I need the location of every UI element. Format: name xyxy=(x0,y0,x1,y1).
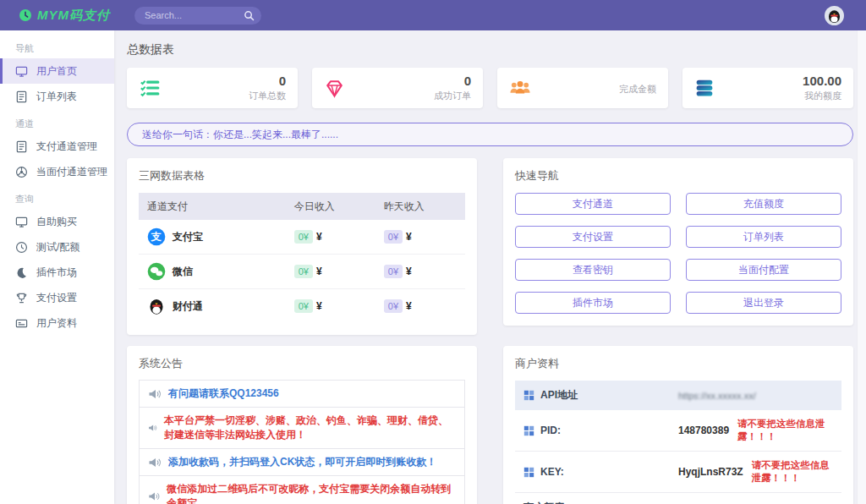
stat-label: 订单总数 xyxy=(249,90,286,102)
quick-nav-plugin-market-button[interactable]: 插件市场 xyxy=(515,292,671,314)
currency-symbol: ¥ xyxy=(406,231,412,243)
pid-value: 148780389 xyxy=(678,425,729,436)
monitor-icon xyxy=(15,65,28,78)
stat-card-completed-amount: 完成金额 xyxy=(497,68,668,108)
search-input[interactable] xyxy=(134,7,261,25)
stat-card-my-quota: 100.00 我的额度 xyxy=(682,68,853,108)
channel-name: 财付通 xyxy=(173,299,203,314)
sidebar-item-user-home[interactable]: 用户首页 xyxy=(0,58,114,84)
sidebar-item-test-quota[interactable]: 测试/配额 xyxy=(0,234,114,260)
quick-nav-recharge-quota-button[interactable]: 充值额度 xyxy=(686,193,841,215)
megaphone-icon xyxy=(148,388,162,400)
stat-label: 成功订单 xyxy=(434,90,471,102)
sidebar-item-self-buy[interactable]: 自助购买 xyxy=(0,209,114,234)
table-row: 支 支付宝 0¥¥ 0¥¥ xyxy=(139,220,465,255)
main-content: 总数据表 0 订单总数 xyxy=(114,30,866,504)
today-income-badge: 0¥ xyxy=(294,230,313,244)
panel-network-table: 三网数据表格 通道支付 今日收入 昨天收入 xyxy=(127,158,477,335)
grid-icon xyxy=(523,425,534,436)
tenpay-icon xyxy=(147,297,166,315)
merchant-label: API地址 xyxy=(540,388,578,403)
brand-logo[interactable]: MYM码支付 xyxy=(0,8,128,24)
sidebar-item-user-profile[interactable]: 用户资料 xyxy=(0,310,114,336)
stat-value: 100.00 xyxy=(803,74,841,88)
panel-title: 快速导航 xyxy=(515,168,841,184)
sidebar-section-channel: 通道 xyxy=(0,118,114,130)
merchant-row-quota: 商户额度: 100.00 xyxy=(515,493,841,504)
column-header: 昨天收入 xyxy=(375,193,465,220)
diamond-icon xyxy=(324,79,345,98)
announcement-item: 本平台严禁一切淫秽、涉赌、政治、钓鱼、诈骗、理财、借贷、封建迷信等非法网站接入使… xyxy=(139,407,465,449)
megaphone-icon xyxy=(148,422,157,434)
wechat-icon xyxy=(147,262,166,281)
sidebar-item-plugin-market[interactable]: 插件市场 xyxy=(0,260,114,285)
user-avatar[interactable] xyxy=(825,6,844,25)
sidebar-section-nav: 导航 xyxy=(0,42,114,55)
search-icon[interactable] xyxy=(244,10,255,21)
sidebar-item-label: 自助购买 xyxy=(36,215,77,229)
channel-name: 微信 xyxy=(173,265,193,279)
stat-cards-row: 0 订单总数 0 成功订单 xyxy=(127,68,853,108)
announcement-text: 微信添加过二维码后不可改昵称，支付宝需要关闭余额自动转到余额宝。 xyxy=(167,482,456,504)
quick-nav-order-list-button[interactable]: 订单列表 xyxy=(686,226,841,248)
currency-symbol: ¥ xyxy=(316,266,322,277)
sidebar-section-query: 查询 xyxy=(0,193,114,205)
yesterday-income-badge: 0¥ xyxy=(384,265,403,278)
announcement-text: 本平台严禁一切淫秽、涉赌、政治、钓鱼、诈骗、理财、借贷、封建迷信等非法网站接入使… xyxy=(164,414,456,442)
panel-quick-nav: 快速导航 支付通道 充值额度 支付设置 订单列表 查看密钥 当面付配置 插件市场… xyxy=(503,158,853,326)
panel-title: 系统公告 xyxy=(139,356,465,371)
app-window: MYM码支付 导航 xyxy=(0,0,866,504)
today-income-badge: 0¥ xyxy=(294,299,313,313)
merchant-label: PID: xyxy=(540,425,561,436)
idcard-icon xyxy=(15,317,28,330)
quick-nav-view-key-button[interactable]: 查看密钥 xyxy=(515,259,671,281)
logo-clock-icon xyxy=(19,8,32,22)
alipay-icon: 支 xyxy=(147,227,166,246)
disc-icon xyxy=(15,166,28,178)
merchant-label: 商户额度: xyxy=(523,501,567,504)
leak-warning-text: 请不要把这些信息泄露！！！ xyxy=(737,418,833,443)
grid-icon xyxy=(523,390,534,401)
quick-nav-pay-channel-button[interactable]: 支付通道 xyxy=(515,193,671,215)
leak-warning-text: 请不要把这些信息泄露！！！ xyxy=(752,459,833,485)
sidebar-item-pay-channel-mgmt[interactable]: 支付通道管理 xyxy=(0,134,114,159)
column-header: 今日收入 xyxy=(286,193,375,220)
channel-name: 支付宝 xyxy=(173,230,203,244)
panel-announcements: 系统公告 有问题请联系QQ123456 本平台严禁一切淫秽 xyxy=(127,346,477,504)
monitor-icon xyxy=(15,216,28,228)
sidebar-item-label: 测试/配额 xyxy=(36,240,79,255)
megaphone-icon xyxy=(148,457,162,468)
top-header: MYM码支付 xyxy=(0,0,866,30)
yesterday-income-badge: 0¥ xyxy=(384,299,403,313)
sidebar-item-label: 支付设置 xyxy=(36,291,77,305)
megaphone-icon xyxy=(148,490,160,502)
currency-symbol: ¥ xyxy=(316,231,322,243)
panel-merchant-profile: 商户资料 API地址 https://xx.xxxxx.xx/ xyxy=(503,346,853,504)
announcement-text: 有问题请联系QQ123456 xyxy=(168,386,279,401)
quick-nav-logout-button[interactable]: 退出登录 xyxy=(686,292,841,314)
network-income-table: 通道支付 今日收入 昨天收入 支 xyxy=(139,193,465,323)
merchant-row-api: API地址 https://xx.xxxxx.xx/ xyxy=(515,381,841,410)
quick-nav-pay-settings-button[interactable]: 支付设置 xyxy=(515,226,671,248)
stat-card-total-orders: 0 订单总数 xyxy=(127,68,298,108)
quick-nav-f2f-config-button[interactable]: 当面付配置 xyxy=(686,259,841,281)
today-income-badge: 0¥ xyxy=(294,265,313,278)
table-row: 微信 0¥¥ 0¥¥ xyxy=(139,255,465,289)
sidebar-item-f2f-channel-mgmt[interactable]: 当面付通道管理 xyxy=(0,159,114,184)
merchant-label: KEY: xyxy=(540,466,564,478)
clock-icon xyxy=(15,241,28,254)
notice-banner: 送给你一句话：你还是...笑起来...最棒了...... xyxy=(127,123,853,146)
sidebar-item-label: 插件市场 xyxy=(36,266,77,280)
sidebar-item-pay-settings[interactable]: 支付设置 xyxy=(0,285,114,310)
scrollbar-track[interactable] xyxy=(857,30,866,504)
announcement-item: 有问题请联系QQ123456 xyxy=(139,380,465,408)
sidebar-item-order-list[interactable]: 订单列表 xyxy=(0,84,114,109)
users-icon xyxy=(509,79,531,97)
checklist-icon xyxy=(139,79,161,97)
yesterday-income-badge: 0¥ xyxy=(384,230,403,244)
list-icon xyxy=(15,90,28,103)
page-title: 总数据表 xyxy=(127,42,853,58)
stat-label: 完成金额 xyxy=(619,83,656,96)
panel-title: 商户资料 xyxy=(515,356,841,371)
panel-title: 三网数据表格 xyxy=(139,168,465,184)
